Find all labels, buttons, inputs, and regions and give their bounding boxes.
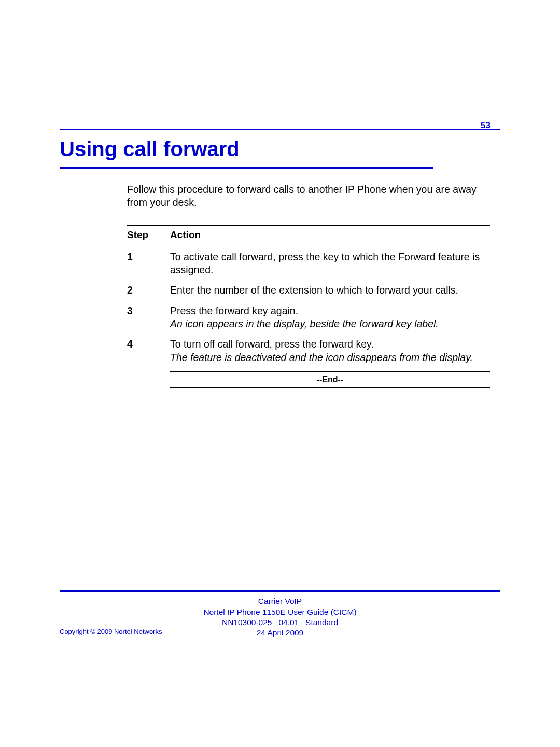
action-note: The feature is deactivated and the icon … bbox=[170, 352, 473, 363]
procedure-table: Step Action 1 To activate call forward, … bbox=[127, 225, 490, 388]
action-cell: Enter the number of the extension to whi… bbox=[170, 284, 490, 297]
table-row: 3 Press the forward key again. An icon a… bbox=[127, 305, 490, 331]
action-text: Press the forward key again. bbox=[170, 305, 298, 316]
action-cell: Press the forward key again. An icon app… bbox=[170, 305, 490, 331]
action-note: An icon appears in the display, beside t… bbox=[170, 318, 439, 329]
step-number: 2 bbox=[127, 284, 170, 297]
footer-line3a: NN10300-025 bbox=[222, 618, 272, 627]
step-number: 4 bbox=[127, 338, 170, 364]
copyright: Copyright © 2009 Nortel Networks bbox=[60, 628, 162, 635]
table-row: 4 To turn off call forward, press the fo… bbox=[127, 338, 490, 364]
page-title: Using call forward bbox=[60, 137, 500, 161]
top-rule bbox=[60, 129, 500, 130]
end-section: --End-- bbox=[170, 371, 490, 388]
footer-line3b: 04.01 bbox=[278, 618, 299, 627]
action-text: Enter the number of the extension to whi… bbox=[170, 284, 458, 296]
end-bottom-rule bbox=[170, 387, 490, 388]
action-cell: To activate call forward, press the key … bbox=[170, 251, 490, 277]
step-number: 1 bbox=[127, 251, 170, 277]
table-row: 1 To activate call forward, press the ke… bbox=[127, 251, 490, 277]
footer-line4: 24 April 2009 bbox=[257, 628, 304, 637]
page-number: 53 bbox=[481, 120, 491, 131]
footer-rule bbox=[60, 590, 500, 592]
footer-line2: Nortel IP Phone 1150E User Guide (CICM) bbox=[203, 607, 356, 616]
action-cell: To turn off call forward, press the forw… bbox=[170, 338, 490, 364]
end-marker: --End-- bbox=[170, 372, 490, 387]
table-top-rule bbox=[127, 225, 490, 226]
table-header-row: Step Action bbox=[127, 229, 490, 243]
title-underline-rule bbox=[60, 167, 433, 169]
header-step: Step bbox=[127, 229, 170, 241]
header-action: Action bbox=[170, 229, 490, 241]
table-row: 2 Enter the number of the extension to w… bbox=[127, 284, 490, 297]
header-underline-rule bbox=[127, 243, 490, 243]
step-number: 3 bbox=[127, 305, 170, 331]
footer-line3c: Standard bbox=[305, 618, 338, 627]
action-text: To turn off call forward, press the forw… bbox=[170, 338, 374, 350]
intro-paragraph: Follow this procedure to forward calls t… bbox=[127, 183, 490, 210]
action-text: To activate call forward, press the key … bbox=[170, 251, 480, 275]
footer-line1: Carrier VoIP bbox=[258, 597, 302, 605]
